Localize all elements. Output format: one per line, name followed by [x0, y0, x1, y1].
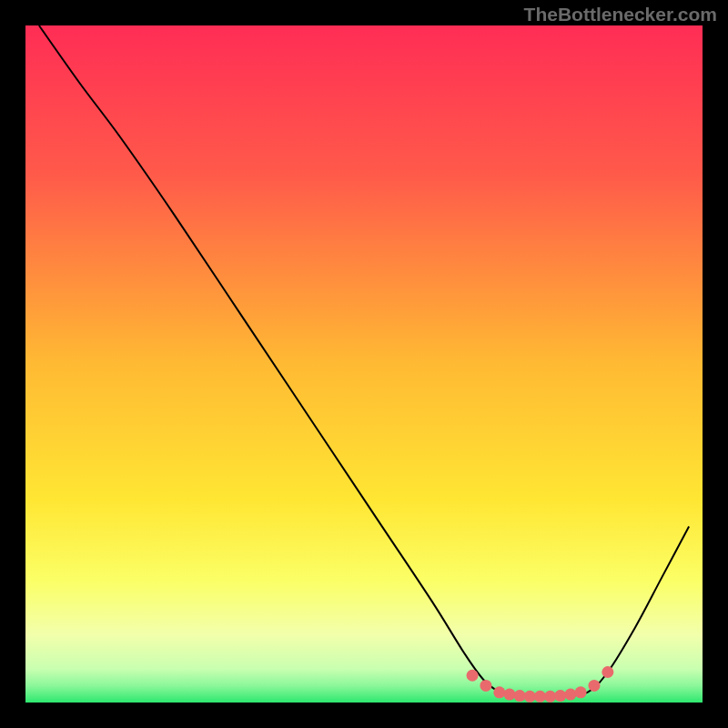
marker-dot: [503, 689, 515, 701]
marker-dot: [588, 680, 600, 692]
marker-dot: [480, 680, 491, 692]
marker-dot: [554, 690, 566, 702]
marker-dot: [534, 691, 546, 703]
chart-container: TheBottlenecker.com: [0, 0, 728, 728]
marker-dot: [524, 691, 536, 703]
plot-area: [25, 25, 703, 703]
chart-svg: [25, 25, 703, 703]
gradient-background: [25, 25, 703, 703]
marker-dot: [544, 691, 556, 703]
marker-dot: [602, 666, 613, 678]
marker-dot: [467, 670, 479, 682]
marker-dot: [493, 686, 505, 698]
watermark-text: TheBottlenecker.com: [524, 4, 717, 25]
marker-dot: [564, 689, 576, 701]
marker-dot: [514, 690, 526, 702]
marker-dot: [575, 686, 587, 698]
